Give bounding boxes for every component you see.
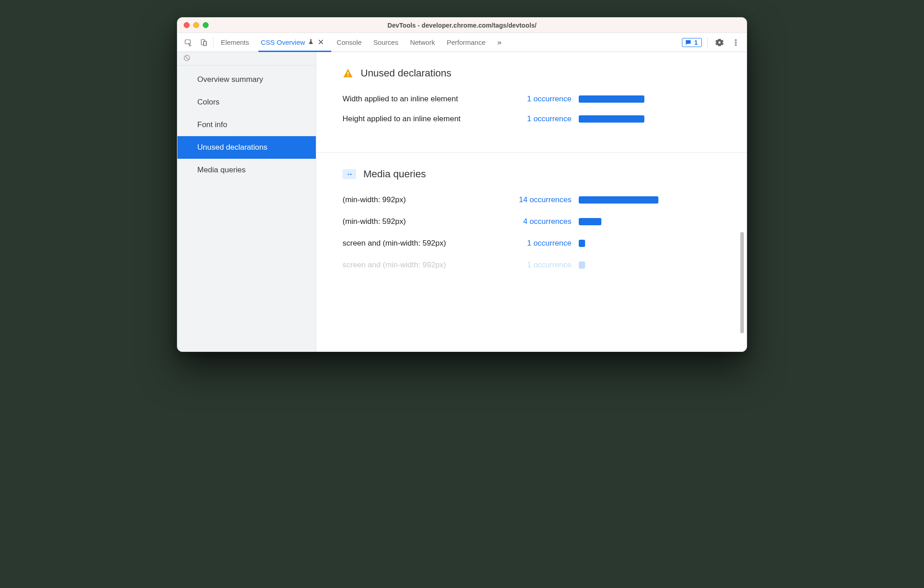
svg-rect-4	[687, 41, 690, 42]
issues-badge[interactable]: 1	[682, 38, 702, 47]
devtools-toolbar: Elements CSS Overview ✕ Console Sources …	[177, 33, 747, 52]
sidebar-item-unused-declarations[interactable]: Unused declarations	[177, 136, 316, 159]
declaration-label: Height applied to an inline element	[343, 114, 507, 123]
svg-line-10	[185, 56, 189, 59]
flask-icon	[308, 38, 314, 46]
chevron-right-double-icon: »	[497, 38, 501, 47]
tab-label: Console	[337, 38, 362, 46]
tab-label: Network	[410, 38, 435, 46]
device-toggle-icon[interactable]	[197, 36, 210, 49]
occurrence-bar	[579, 196, 658, 204]
panel-body: Overview summary Colors Font info Unused…	[177, 52, 747, 351]
tab-label: Performance	[447, 38, 486, 46]
sidebar-header	[177, 52, 316, 66]
media-query-label: (min-width: 992px)	[343, 195, 497, 204]
settings-button[interactable]	[713, 36, 726, 49]
scrollbar-thumb[interactable]	[740, 232, 744, 333]
section-media-queries: ↔ Media queries (min-width: 992px) 14 oc…	[316, 153, 747, 287]
svg-rect-12	[348, 76, 348, 76]
svg-rect-5	[687, 42, 689, 43]
sidebar-nav: Overview summary Colors Font info Unused…	[177, 66, 316, 181]
warning-icon	[343, 68, 353, 79]
media-query-label: (min-width: 592px)	[343, 217, 497, 226]
scrollbar-track[interactable]	[740, 52, 746, 351]
sidebar-item-media-queries[interactable]: Media queries	[177, 159, 316, 181]
table-row: screen and (min-width: 592px) 1 occurren…	[343, 239, 720, 248]
toolbar-divider	[707, 38, 708, 47]
toolbar-right: 1	[682, 33, 747, 52]
content-scroll[interactable]: Unused declarations Width applied to an …	[316, 52, 747, 351]
block-icon[interactable]	[183, 54, 191, 64]
window-zoom-button[interactable]	[203, 22, 209, 28]
sidebar-item-colors[interactable]: Colors	[177, 91, 316, 114]
sidebar-item-label: Colors	[197, 98, 219, 107]
table-row: Width applied to an inline element 1 occ…	[343, 95, 720, 104]
occurrence-link[interactable]: 1 occurrence	[507, 114, 579, 123]
title-bar: DevTools - developer.chrome.com/tags/dev…	[177, 18, 747, 33]
sidebar-item-label: Overview summary	[197, 75, 263, 84]
close-tab-icon[interactable]: ✕	[317, 38, 325, 47]
panel-tabs: Elements CSS Overview ✕ Console Sources …	[214, 33, 502, 52]
sidebar-item-label: Font info	[197, 120, 227, 129]
section-title: Unused declarations	[361, 67, 452, 79]
issues-count: 1	[694, 39, 698, 46]
occurrence-bar	[579, 218, 601, 225]
window-title: DevTools - developer.chrome.com/tags/dev…	[184, 22, 740, 29]
media-query-label: screen and (min-width: 592px)	[343, 239, 497, 248]
svg-rect-11	[348, 72, 348, 75]
tab-label: Sources	[373, 38, 398, 46]
section-unused-declarations: Unused declarations Width applied to an …	[316, 52, 747, 153]
occurrence-link[interactable]: 1 occurrence	[507, 95, 579, 104]
svg-point-7	[735, 42, 737, 43]
chat-icon	[685, 39, 692, 46]
section-title: Media queries	[363, 168, 426, 180]
devtools-window: DevTools - developer.chrome.com/tags/dev…	[177, 17, 747, 352]
occurrence-bar	[579, 95, 644, 103]
tab-network[interactable]: Network	[410, 33, 435, 52]
sidebar-item-label: Media queries	[197, 166, 246, 175]
kebab-icon	[732, 38, 740, 47]
traffic-lights	[184, 22, 209, 28]
tab-console[interactable]: Console	[337, 33, 362, 52]
table-row: screen and (min-width: 992px) 1 occurren…	[343, 261, 720, 270]
occurrence-bar	[579, 115, 644, 123]
table-row: (min-width: 592px) 4 occurrences	[343, 217, 720, 226]
gear-icon	[715, 38, 724, 47]
inspect-tool-group	[182, 33, 214, 52]
svg-rect-0	[185, 40, 190, 44]
table-row: (min-width: 992px) 14 occurrences	[343, 195, 720, 204]
table-row: Height applied to an inline element 1 oc…	[343, 114, 720, 123]
media-query-label: screen and (min-width: 992px)	[343, 261, 497, 270]
more-button[interactable]	[729, 36, 742, 49]
occurrence-bar	[579, 261, 585, 269]
declaration-label: Width applied to an inline element	[343, 95, 507, 104]
svg-point-6	[735, 39, 737, 41]
sidebar-item-label: Unused declarations	[197, 143, 267, 152]
tab-label: Elements	[221, 38, 249, 46]
tabs-overflow[interactable]: »	[497, 33, 501, 52]
tab-elements[interactable]: Elements	[221, 33, 249, 52]
occurrence-bar	[579, 240, 585, 247]
inspect-element-icon[interactable]	[182, 36, 195, 49]
occurrence-link[interactable]: 1 occurrence	[497, 261, 579, 270]
media-queries-icon: ↔	[343, 169, 356, 179]
main-content: Unused declarations Width applied to an …	[316, 52, 747, 351]
svg-rect-2	[204, 41, 206, 46]
tab-css-overview[interactable]: CSS Overview ✕	[261, 33, 325, 52]
tab-sources[interactable]: Sources	[373, 33, 398, 52]
sidebar-item-font-info[interactable]: Font info	[177, 114, 316, 136]
svg-point-8	[735, 44, 737, 45]
sidebar-item-overview-summary[interactable]: Overview summary	[177, 68, 316, 91]
occurrence-link[interactable]: 14 occurrences	[497, 195, 579, 204]
tab-label: CSS Overview	[261, 38, 305, 46]
window-close-button[interactable]	[184, 22, 190, 28]
window-minimize-button[interactable]	[193, 22, 199, 28]
occurrence-link[interactable]: 1 occurrence	[497, 239, 579, 248]
sidebar: Overview summary Colors Font info Unused…	[177, 52, 316, 351]
tab-performance[interactable]: Performance	[447, 33, 486, 52]
occurrence-link[interactable]: 4 occurrences	[497, 217, 579, 226]
